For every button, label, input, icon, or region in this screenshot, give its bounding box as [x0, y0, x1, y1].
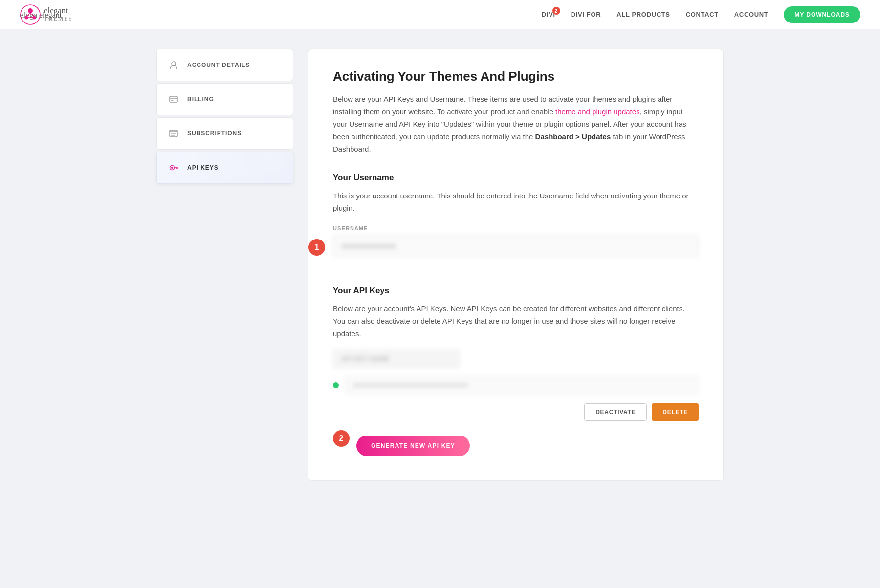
plugin-updates-link[interactable]: theme and plugin updates [555, 108, 640, 116]
nav-item-divi-for[interactable]: DIVI FOR [571, 11, 601, 18]
svg-point-3 [28, 8, 33, 13]
api-keys-desc: Below are your account's API Keys. New A… [333, 303, 699, 340]
svg-rect-10 [170, 96, 177, 102]
nav-item-all-products[interactable]: ALL PRODUCTS [616, 11, 670, 18]
api-key-value-field: ••••••••••••••••••••••••••••••••••••••••… [345, 376, 699, 394]
main-title: Activating Your Themes And Plugins [333, 69, 699, 84]
svg-point-9 [172, 62, 176, 65]
intro-paragraph: Below are your API Keys and Username. Th… [333, 93, 699, 155]
subscriptions-icon [167, 127, 180, 140]
sidebar-item-api-keys[interactable]: API KEYS [156, 152, 293, 184]
svg-point-18 [171, 167, 173, 169]
sidebar: ACCOUNT DETAILS BILLING S [156, 49, 293, 184]
username-input[interactable] [333, 235, 699, 256]
logo-wordmark: elegant themes [44, 6, 73, 23]
nav: DIVI 2 DIVI FOR ALL PRODUCTS CONTACT ACC… [542, 6, 860, 23]
api-key-status-dot [333, 382, 339, 388]
logo-container[interactable]: elegant themes [20, 4, 73, 25]
api-key-name-row: API KEY NAME [333, 349, 699, 368]
my-downloads-button[interactable]: MY DOWNLOADS [784, 6, 860, 23]
svg-line-6 [26, 13, 30, 16]
main-content: Activating Your Themes And Plugins Below… [308, 49, 724, 481]
nav-item-account[interactable]: ACCOUNT [734, 11, 769, 18]
username-desc: This is your account username. This shou… [333, 190, 699, 215]
api-key-entry: API KEY NAME •••••••••••••••••••••••••••… [333, 349, 699, 421]
sidebar-item-subscriptions[interactable]: SUBSCRIPTIONS [156, 117, 293, 150]
username-title: Your Username [333, 173, 699, 183]
api-key-name-field: API KEY NAME [333, 349, 460, 368]
nav-item-divi[interactable]: DIVI 2 [542, 11, 555, 18]
nav-item-contact[interactable]: CONTACT [686, 11, 719, 18]
person-icon [167, 58, 180, 72]
generate-api-key-button[interactable]: GENERATE NEW API KEY [356, 436, 470, 456]
annotation-badge-1: 1 [308, 239, 325, 256]
delete-button[interactable]: DELETE [652, 403, 699, 421]
username-section: Your Username This is your account usern… [333, 173, 699, 256]
header: elegant elegant elegant themes DIVI 2 DI… [0, 0, 880, 29]
sidebar-item-billing[interactable]: BILLING [156, 83, 293, 115]
username-annotated-row: 1 [333, 235, 699, 256]
api-keys-title: Your API Keys [333, 286, 699, 296]
section-divider [333, 271, 699, 271]
username-field-label: USERNAME [333, 225, 699, 231]
divi-badge: 2 [552, 7, 560, 15]
api-key-value-row: ••••••••••••••••••••••••••••••••••••••••… [333, 376, 699, 394]
api-key-actions: DEACTIVATE DELETE [333, 403, 699, 421]
svg-point-2 [21, 5, 40, 24]
svg-rect-13 [170, 130, 177, 137]
page-wrap: ACCOUNT DETAILS BILLING S [147, 29, 733, 501]
annotation-badge-2: 2 [333, 430, 350, 447]
sidebar-item-account-details[interactable]: ACCOUNT DETAILS [156, 49, 293, 81]
logo-mark [20, 4, 41, 25]
generate-row: 2 GENERATE NEW API KEY [333, 421, 470, 456]
svg-line-7 [30, 13, 34, 16]
billing-icon [167, 92, 180, 106]
api-icon [167, 161, 180, 174]
deactivate-button[interactable]: DEACTIVATE [584, 403, 647, 421]
dashboard-updates-bold: Dashboard > Updates [535, 132, 611, 141]
api-keys-section: Your API Keys Below are your account's A… [333, 286, 699, 457]
